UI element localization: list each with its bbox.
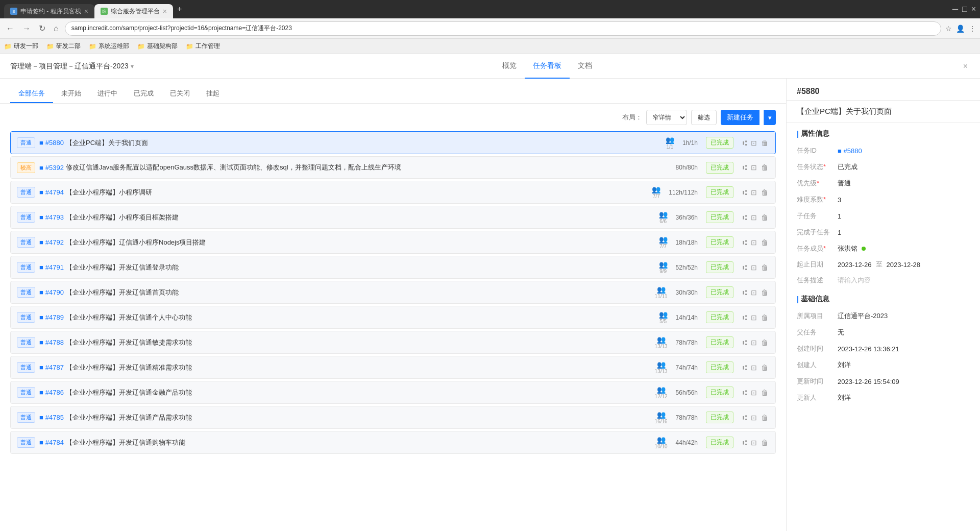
task-share-button[interactable]: ⑆ bbox=[742, 212, 748, 223]
task-share-button[interactable]: ⑆ bbox=[742, 162, 748, 173]
filter-button[interactable]: 筛选 bbox=[691, 110, 717, 125]
nav-tab-docs[interactable]: 文档 bbox=[570, 54, 600, 79]
task-delete-button[interactable]: 🗑 bbox=[760, 187, 769, 198]
task-row[interactable]: 普通 ■ #4787 【企业小程序端】开发辽信通精准需求功能 👥 13/13 7… bbox=[10, 356, 776, 379]
menu-icon[interactable]: ⋮ bbox=[969, 25, 976, 33]
task-row[interactable]: 普通 ■ #4786 【企业小程序端】开发辽信通金融产品功能 👥 12/12 5… bbox=[10, 381, 776, 404]
task-row[interactable]: 普通 ■ #4792 【企业小程序端】辽信通小程序Nodejs项目搭建 👥 7/… bbox=[10, 231, 776, 254]
task-share-button[interactable]: ⑆ bbox=[742, 337, 748, 348]
task-copy-button[interactable]: ⊡ bbox=[750, 162, 758, 173]
task-hours: 1h/1h bbox=[682, 139, 698, 147]
refresh-button[interactable]: ↻ bbox=[37, 22, 47, 34]
task-copy-button[interactable]: ⊡ bbox=[750, 363, 758, 373]
nav-tabs: 概览 任务看板 文档 bbox=[494, 54, 600, 79]
task-share-button[interactable]: ⑆ bbox=[742, 312, 748, 323]
task-name: 【企业小程序端】开发辽信通首页功能 bbox=[66, 288, 655, 297]
panel-value-desc[interactable]: 请输入内容 bbox=[838, 276, 970, 285]
task-delete-button[interactable]: 🗑 bbox=[760, 337, 769, 348]
task-row[interactable]: 普通 ■ #4794 【企业小程序端】小程序调研 👥 7/7 112h/112h… bbox=[10, 181, 776, 204]
task-row[interactable]: 较高 ■ #5392 修改辽信通Java服务配置以适配openGauss数据库、… bbox=[10, 156, 776, 179]
layout-label: 布局： bbox=[622, 113, 642, 122]
task-delete-button[interactable]: 🗑 bbox=[760, 413, 769, 423]
task-copy-button[interactable]: ⊡ bbox=[750, 312, 758, 323]
task-copy-button[interactable]: ⊡ bbox=[750, 262, 758, 273]
task-share-button[interactable]: ⑆ bbox=[742, 287, 748, 298]
forward-button[interactable]: → bbox=[20, 23, 33, 34]
task-row[interactable]: 普通 ■ #4785 【企业小程序端】开发辽信通产品需求功能 👥 16/16 7… bbox=[10, 406, 776, 429]
new-task-dropdown-button[interactable]: ▾ bbox=[764, 110, 776, 125]
panel-row-taskid: 任务ID ■ #5880 bbox=[787, 142, 980, 159]
back-button[interactable]: ← bbox=[4, 23, 16, 34]
task-delete-button[interactable]: 🗑 bbox=[760, 262, 769, 273]
task-copy-button[interactable]: ⊡ bbox=[750, 237, 758, 248]
task-row[interactable]: 普通 ■ #4791 【企业小程序端】开发辽信通登录功能 👥 9/9 52h/5… bbox=[10, 256, 776, 279]
new-task-button[interactable]: 新建任务 bbox=[721, 110, 760, 125]
filter-tab-inprogress[interactable]: 进行中 bbox=[89, 85, 126, 103]
star-icon[interactable]: ☆ bbox=[945, 25, 952, 33]
task-row[interactable]: 普通 ■ #4790 【企业小程序端】开发辽信通首页功能 👥 11/11 30h… bbox=[10, 281, 776, 304]
task-row[interactable]: 普通 ■ #4784 【企业小程序端】开发辽信通购物车功能 👥 10/10 44… bbox=[10, 431, 776, 454]
tab-close-1[interactable]: × bbox=[84, 7, 88, 15]
task-delete-button[interactable]: 🗑 bbox=[760, 162, 769, 173]
task-share-button[interactable]: ⑆ bbox=[742, 187, 748, 198]
task-share-button[interactable]: ⑆ bbox=[742, 237, 748, 248]
task-row[interactable]: 普通 ■ #4793 【企业小程序端】小程序项目框架搭建 👥 6/6 36h/3… bbox=[10, 206, 776, 229]
task-copy-button[interactable]: ⊡ bbox=[750, 337, 758, 348]
task-delete-button[interactable]: 🗑 bbox=[760, 237, 769, 248]
profile-icon[interactable]: 👤 bbox=[956, 25, 965, 33]
browser-chrome: S 申请签约 - 程序员客栈 × 综 综合服务管理平台 × + ─ □ × bbox=[0, 0, 980, 18]
task-copy-button[interactable]: ⊡ bbox=[750, 413, 758, 423]
home-button[interactable]: ⌂ bbox=[52, 23, 61, 34]
task-delete-button[interactable]: 🗑 bbox=[760, 312, 769, 323]
task-copy-button[interactable]: ⊡ bbox=[750, 212, 758, 223]
nav-tab-board[interactable]: 任务看板 bbox=[525, 54, 570, 79]
task-meta: 👥 13/13 78h/78h 已完成 ⑆ ⊡ 🗑 bbox=[655, 335, 769, 349]
filter-tab-closed[interactable]: 已关闭 bbox=[162, 85, 198, 103]
task-row[interactable]: 普通 ■ #4788 【企业小程序端】开发辽信通敏捷需求功能 👥 13/13 7… bbox=[10, 331, 776, 354]
task-delete-button[interactable]: 🗑 bbox=[760, 212, 769, 223]
bookmark-label: 基础架构部 bbox=[147, 42, 178, 51]
task-share-button[interactable]: ⑆ bbox=[742, 413, 748, 423]
bookmark-dev2[interactable]: 📁 研发二部 bbox=[46, 42, 81, 51]
task-delete-button[interactable]: 🗑 bbox=[760, 287, 769, 298]
task-row[interactable]: 普通 ■ #5880 【企业PC端】关于我们页面 👥 1/1 1h/1h 已完成… bbox=[10, 131, 776, 154]
browser-tab-2[interactable]: 综 综合服务管理平台 × bbox=[94, 4, 173, 18]
task-share-button[interactable]: ⑆ bbox=[742, 363, 748, 373]
browser-tab-1[interactable]: S 申请签约 - 程序员客栈 × bbox=[4, 4, 94, 18]
bookmark-work[interactable]: 📁 工作管理 bbox=[186, 42, 220, 51]
minimize-icon[interactable]: ─ bbox=[952, 5, 958, 14]
task-share-button[interactable]: ⑆ bbox=[742, 262, 748, 273]
task-copy-button[interactable]: ⊡ bbox=[750, 138, 758, 148]
filter-tab-done[interactable]: 已完成 bbox=[126, 85, 162, 103]
task-share-button[interactable]: ⑆ bbox=[742, 138, 748, 148]
close-icon[interactable]: × bbox=[971, 5, 976, 14]
task-share-button[interactable]: ⑆ bbox=[742, 438, 748, 448]
layout-select[interactable]: 窄详情 宽详情 列表 bbox=[646, 110, 687, 125]
task-row[interactable]: 普通 ■ #4789 【企业小程序端】开发辽信通个人中心功能 👥 5/5 14h… bbox=[10, 306, 776, 329]
address-input[interactable] bbox=[65, 21, 941, 36]
nav-tab-overview[interactable]: 概览 bbox=[494, 54, 525, 79]
maximize-icon[interactable]: □ bbox=[962, 5, 967, 14]
task-delete-button[interactable]: 🗑 bbox=[760, 138, 769, 148]
task-delete-button[interactable]: 🗑 bbox=[760, 388, 769, 398]
task-copy-button[interactable]: ⊡ bbox=[750, 187, 758, 198]
task-share-button[interactable]: ⑆ bbox=[742, 388, 748, 398]
task-type-icon: ■ bbox=[39, 263, 43, 271]
filter-tab-all[interactable]: 全部任务 bbox=[10, 85, 53, 103]
new-tab-button[interactable]: + bbox=[173, 5, 186, 14]
window-controls: ─ □ × bbox=[952, 5, 976, 14]
task-delete-button[interactable]: 🗑 bbox=[760, 438, 769, 448]
bookmark-ops[interactable]: 📁 系统运维部 bbox=[89, 42, 129, 51]
task-copy-button[interactable]: ⊡ bbox=[750, 287, 758, 298]
filter-tab-notstarted[interactable]: 未开始 bbox=[53, 85, 89, 103]
bookmark-dev1[interactable]: 📁 研发一部 bbox=[4, 42, 38, 51]
task-copy-button[interactable]: ⊡ bbox=[750, 438, 758, 448]
tab-close-2[interactable]: × bbox=[163, 7, 167, 15]
task-delete-button[interactable]: 🗑 bbox=[760, 363, 769, 373]
task-copy-button[interactable]: ⊡ bbox=[750, 388, 758, 398]
panel-value-project: 辽信通平台-2023 bbox=[838, 311, 970, 321]
task-meta: 👥 11/11 30h/30h 已完成 ⑆ ⊡ 🗑 bbox=[655, 285, 769, 299]
bookmark-arch[interactable]: 📁 基础架构部 bbox=[137, 42, 178, 51]
panel-close-button[interactable]: × bbox=[961, 60, 970, 73]
filter-tab-paused[interactable]: 挂起 bbox=[198, 85, 228, 103]
